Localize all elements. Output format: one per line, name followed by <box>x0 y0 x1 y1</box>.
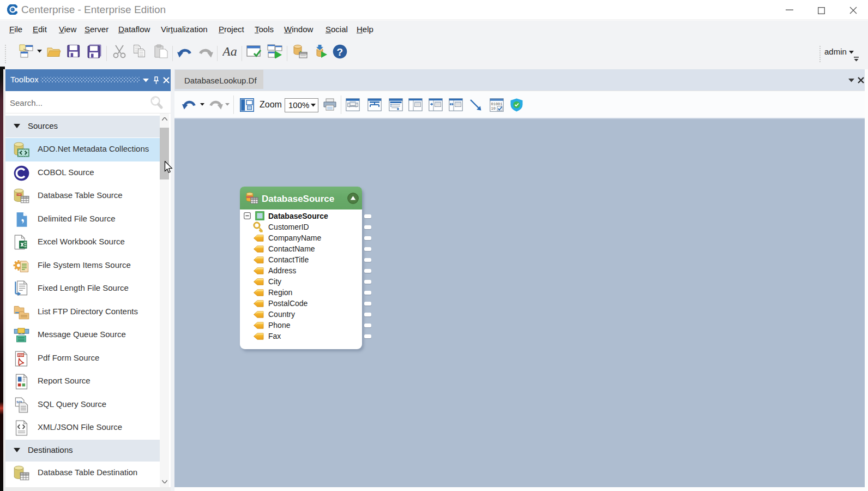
svg-text:PDF: PDF <box>18 354 25 357</box>
svg-text:DML: DML <box>17 194 21 196</box>
svg-text:Aa: Aa <box>222 44 237 58</box>
svg-text:10: 10 <box>491 106 496 111</box>
svg-text:01001: 01001 <box>491 102 503 106</box>
svg-text:?: ? <box>337 46 343 57</box>
